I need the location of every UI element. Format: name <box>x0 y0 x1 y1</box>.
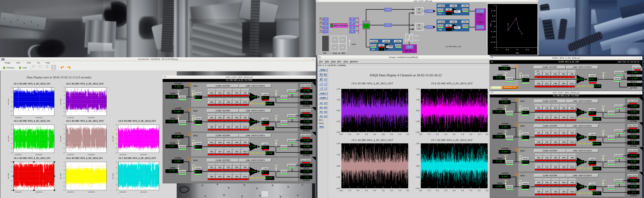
svg-text:-0.75: -0.75 <box>490 41 495 43</box>
svg-text:-0.5: -0.5 <box>505 49 509 51</box>
svg-text:0.5: 0.5 <box>492 15 495 17</box>
svg-text:0.5: 0.5 <box>526 49 529 51</box>
svg-text:0: 0 <box>517 49 518 51</box>
svg-text:PIT: PIT <box>490 23 492 26</box>
svg-text:0.25: 0.25 <box>491 20 495 22</box>
svg-text:1: 1 <box>47 66 48 68</box>
svg-text:0: 0 <box>494 26 495 28</box>
svg-text:1: 1 <box>494 5 495 7</box>
svg-text:0.75: 0.75 <box>491 10 495 12</box>
svg-text:YAW: YAW <box>516 52 519 54</box>
svg-text:1: 1 <box>537 49 538 51</box>
svg-text:-0.5: -0.5 <box>491 36 495 38</box>
svg-text:-1: -1 <box>496 49 498 51</box>
svg-text:-0.25: -0.25 <box>490 31 495 33</box>
svg-text:-1: -1 <box>493 46 496 48</box>
